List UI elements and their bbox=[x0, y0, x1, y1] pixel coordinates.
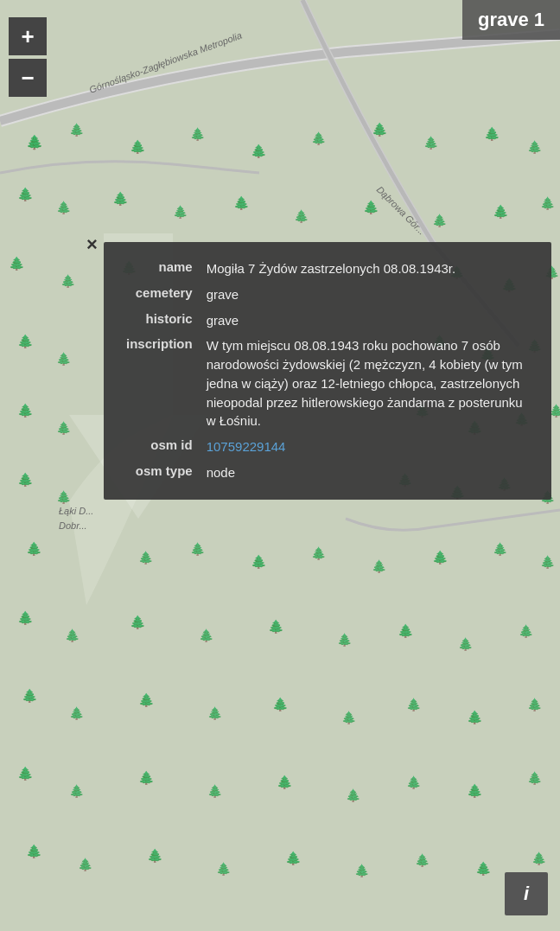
svg-text:🌲: 🌲 bbox=[112, 191, 129, 207]
svg-text:🌲: 🌲 bbox=[17, 334, 34, 349]
svg-text:🌲: 🌲 bbox=[207, 706, 223, 721]
svg-text:🌲: 🌲 bbox=[527, 771, 543, 786]
svg-text:🌲: 🌲 bbox=[216, 862, 232, 877]
field-label-cemetery: cemetery bbox=[121, 282, 201, 308]
field-value-name: Mogiła 7 Żydów zastrzelonych 08.08.1943r… bbox=[201, 256, 534, 282]
svg-text:Łąki D...: Łąki D... bbox=[59, 506, 93, 516]
svg-text:🌲: 🌲 bbox=[467, 710, 483, 725]
svg-text:🌲: 🌲 bbox=[398, 623, 414, 639]
svg-text:🌲: 🌲 bbox=[199, 628, 214, 643]
field-value-cemetery: grave bbox=[201, 282, 534, 308]
svg-text:🌲: 🌲 bbox=[26, 844, 42, 859]
field-label-osm-id: osm id bbox=[121, 434, 201, 460]
field-label-inscription: inscription bbox=[121, 333, 201, 434]
close-marker[interactable]: × bbox=[86, 233, 98, 256]
svg-text:🌲: 🌲 bbox=[26, 541, 42, 557]
field-label-osm-type: osm type bbox=[121, 460, 201, 486]
svg-text:🌲: 🌲 bbox=[458, 637, 474, 652]
svg-text:🌲: 🌲 bbox=[372, 559, 387, 574]
svg-text:🌲: 🌲 bbox=[190, 542, 206, 557]
svg-text:🌲: 🌲 bbox=[540, 555, 556, 570]
svg-text:🌲: 🌲 bbox=[346, 788, 361, 803]
svg-text:🌲: 🌲 bbox=[60, 274, 76, 289]
table-row: historic grave bbox=[121, 308, 534, 334]
svg-text:🌲: 🌲 bbox=[17, 187, 34, 202]
svg-text:🌲: 🌲 bbox=[484, 126, 500, 142]
svg-text:🌲: 🌲 bbox=[527, 140, 543, 155]
svg-text:🌲: 🌲 bbox=[138, 551, 154, 565]
svg-text:🌲: 🌲 bbox=[130, 615, 146, 630]
svg-text:🌲: 🌲 bbox=[527, 698, 543, 712]
svg-text:🌲: 🌲 bbox=[9, 256, 25, 271]
table-row: cemetery grave bbox=[121, 282, 534, 308]
svg-text:🌲: 🌲 bbox=[17, 766, 34, 781]
svg-text:🌲: 🌲 bbox=[540, 196, 556, 211]
svg-text:🌲: 🌲 bbox=[17, 610, 34, 626]
svg-text:🌲: 🌲 bbox=[138, 770, 155, 786]
field-label-name: name bbox=[121, 256, 201, 282]
svg-text:🌲: 🌲 bbox=[78, 858, 93, 872]
svg-text:🌲: 🌲 bbox=[294, 209, 309, 224]
svg-text:🌲: 🌲 bbox=[531, 851, 547, 866]
svg-text:🌲: 🌲 bbox=[406, 775, 422, 790]
svg-text:🌲: 🌲 bbox=[432, 550, 449, 565]
svg-text:🌲: 🌲 bbox=[341, 711, 357, 725]
svg-text:🌲: 🌲 bbox=[311, 546, 327, 561]
svg-text:🌲: 🌲 bbox=[493, 542, 508, 557]
svg-text:🌲: 🌲 bbox=[56, 352, 72, 367]
svg-text:🌲: 🌲 bbox=[354, 864, 370, 878]
svg-text:🌲: 🌲 bbox=[190, 127, 206, 142]
svg-text:🌲: 🌲 bbox=[65, 628, 80, 643]
table-row: inscription W tym miejscu 08.08.1943 rok… bbox=[121, 333, 534, 434]
info-table: name Mogiła 7 Żydów zastrzelonych 08.08.… bbox=[121, 256, 534, 486]
title-bar: grave 1 bbox=[462, 0, 560, 40]
field-label-historic: historic bbox=[121, 308, 201, 334]
svg-text:🌲: 🌲 bbox=[56, 201, 72, 215]
field-value-osm-id[interactable]: 10759229144 bbox=[201, 434, 534, 460]
table-row: osm type node bbox=[121, 460, 534, 486]
svg-text:🌲: 🌲 bbox=[372, 122, 388, 137]
svg-text:🌲: 🌲 bbox=[493, 204, 509, 220]
svg-text:🌲: 🌲 bbox=[147, 848, 163, 864]
info-button[interactable]: i bbox=[505, 872, 548, 915]
field-value-osm-type: node bbox=[201, 460, 534, 486]
svg-text:🌲: 🌲 bbox=[415, 853, 430, 868]
svg-text:🌲: 🌲 bbox=[138, 692, 155, 708]
svg-text:🌲: 🌲 bbox=[272, 697, 289, 712]
svg-text:🌲: 🌲 bbox=[277, 775, 293, 790]
svg-text:🌲: 🌲 bbox=[207, 784, 223, 799]
svg-text:Dobr...: Dobr... bbox=[59, 520, 87, 531]
table-row: name Mogiła 7 Żydów zastrzelonych 08.08.… bbox=[121, 256, 534, 282]
svg-text:🌲: 🌲 bbox=[69, 784, 85, 799]
title-text: grave 1 bbox=[478, 9, 544, 30]
svg-text:🌲: 🌲 bbox=[17, 472, 34, 488]
svg-text:🌲: 🌲 bbox=[251, 554, 267, 570]
svg-text:🌲: 🌲 bbox=[475, 861, 492, 877]
osm-id-link[interactable]: 10759229144 bbox=[207, 439, 286, 454]
svg-text:🌲: 🌲 bbox=[173, 205, 188, 220]
svg-text:🌲: 🌲 bbox=[467, 783, 483, 799]
zoom-out-button[interactable]: − bbox=[9, 59, 47, 97]
field-value-historic: grave bbox=[201, 308, 534, 334]
svg-text:🌲: 🌲 bbox=[56, 490, 72, 505]
zoom-in-button[interactable]: + bbox=[9, 17, 47, 55]
zoom-controls: + − bbox=[9, 17, 47, 97]
svg-text:🌲: 🌲 bbox=[285, 851, 302, 866]
svg-text:🌲: 🌲 bbox=[432, 214, 448, 228]
svg-text:🌲: 🌲 bbox=[337, 633, 353, 647]
svg-text:🌲: 🌲 bbox=[251, 143, 267, 159]
svg-text:🌲: 🌲 bbox=[423, 136, 439, 150]
svg-text:🌲: 🌲 bbox=[22, 688, 38, 704]
svg-text:🌲: 🌲 bbox=[26, 134, 43, 150]
svg-text:🌲: 🌲 bbox=[56, 421, 72, 436]
info-panel: name Mogiła 7 Żydów zastrzelonych 08.08.… bbox=[104, 242, 551, 500]
table-row: osm id 10759229144 bbox=[121, 434, 534, 460]
svg-text:🌲: 🌲 bbox=[268, 619, 284, 634]
svg-text:🌲: 🌲 bbox=[363, 200, 379, 215]
svg-text:🌲: 🌲 bbox=[130, 139, 146, 155]
svg-text:🌲: 🌲 bbox=[69, 123, 85, 137]
svg-text:🌲: 🌲 bbox=[17, 403, 34, 418]
field-value-inscription: W tym miejscu 08.08.1943 roku pochowano … bbox=[201, 333, 534, 434]
svg-text:🌲: 🌲 bbox=[406, 698, 422, 712]
svg-text:🌲: 🌲 bbox=[519, 624, 534, 639]
